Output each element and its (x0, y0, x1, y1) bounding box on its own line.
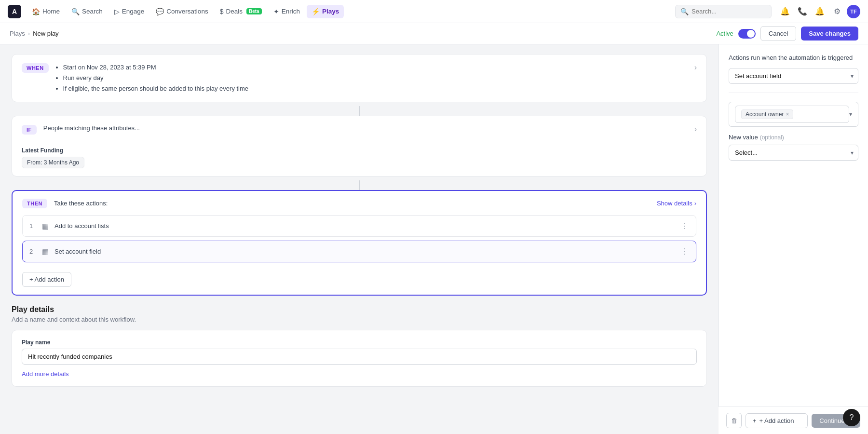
show-details-link[interactable]: Show details › (657, 200, 696, 207)
panel-title: Actions run when the automation is trigg… (729, 54, 858, 61)
play-details-section: Play details Add a name and context abou… (12, 305, 707, 387)
if-block-header[interactable]: IF People matching these attributes... › (12, 116, 706, 142)
if-chevron-icon: › (694, 125, 697, 134)
action-num-1: 1 (29, 222, 36, 230)
breadcrumb-current: New play (33, 30, 58, 37)
connector-2 (12, 180, 707, 190)
new-value-select[interactable]: Select... (729, 145, 858, 161)
toggle-track[interactable] (738, 29, 756, 39)
top-navigation: A 🏠 Home 🔍 Search ▷ Engage 💬 Conversatio… (0, 0, 868, 23)
trash-icon: 🗑 (731, 417, 737, 424)
search-input[interactable] (692, 8, 766, 15)
connector-1 (12, 106, 707, 116)
then-block-header: THEN Take these actions: Show details › (13, 191, 706, 215)
play-name-label: Play name (22, 339, 697, 346)
breadcrumb-bar: Plays › New play Active Cancel Save chan… (0, 23, 868, 44)
action-1-menu-icon[interactable]: ⋮ (681, 221, 689, 231)
save-changes-button[interactable]: Save changes (801, 27, 858, 41)
nav-deals[interactable]: $ Deals Beta (215, 5, 267, 18)
nav-engage[interactable]: ▷ Engage (109, 5, 149, 18)
chevron-right-icon: › (694, 200, 696, 207)
nav-plays[interactable]: ⚡ Plays (307, 5, 344, 18)
filter-chip[interactable]: From: 3 Months Ago (22, 157, 84, 168)
search-magnifier-icon: 🔍 (680, 8, 689, 15)
home-icon: 🏠 (32, 8, 40, 15)
breadcrumb-actions: Active Cancel Save changes (716, 26, 858, 41)
main-content: WHEN Start on Nov 28, 2023 at 5:39 PM Ru… (0, 44, 719, 434)
action-item-2[interactable]: 2 ▦ Set account field ⋮ (22, 241, 696, 262)
action-type-select[interactable]: Set account field (729, 68, 858, 84)
when-chevron-icon: › (694, 63, 697, 72)
if-block-content: People matching these attributes... (43, 124, 688, 132)
account-owner-tag: Account owner × (735, 106, 849, 123)
account-field-select[interactable]: Account owner × ▾ (729, 102, 858, 127)
active-label: Active (716, 30, 733, 37)
play-details-form: Play name Add more details (12, 330, 707, 387)
filter-label: Latest Funding (22, 147, 697, 154)
when-bullet-1: Start on Nov 28, 2023 at 5:39 PM (63, 62, 688, 73)
play-name-input[interactable] (22, 349, 697, 365)
field-select-chevron-icon: ▾ (849, 111, 852, 118)
main-layout: WHEN Start on Nov 28, 2023 at 5:39 PM Ru… (0, 44, 868, 434)
active-toggle[interactable] (738, 29, 756, 39)
breadcrumb-plays[interactable]: Plays (10, 30, 25, 37)
when-block-content: Start on Nov 28, 2023 at 5:39 PM Run eve… (55, 62, 688, 94)
action-1-icon: ▦ (42, 222, 49, 231)
breadcrumb-separator: › (28, 30, 30, 37)
play-details-title: Play details (12, 305, 707, 314)
phone-icon[interactable]: 📞 (795, 4, 810, 19)
if-block: IF People matching these attributes... ›… (12, 116, 707, 176)
bell-icon[interactable]: 🔔 (812, 4, 827, 19)
nav-search[interactable]: 🔍 Search (67, 5, 108, 18)
plus-icon: + (753, 417, 757, 424)
optional-label: (optional) (760, 134, 784, 141)
if-text: People matching these attributes... (43, 124, 140, 132)
help-button[interactable]: ? (843, 409, 860, 426)
filter-chip-area: Latest Funding From: 3 Months Ago (12, 142, 706, 176)
settings-icon[interactable]: ⚙ (829, 4, 845, 19)
if-tag: IF (22, 125, 37, 135)
plays-icon: ⚡ (312, 8, 320, 15)
right-panel: Actions run when the automation is trigg… (719, 44, 868, 434)
app-logo[interactable]: A (8, 5, 21, 18)
beta-badge: Beta (246, 8, 262, 14)
nav-home[interactable]: 🏠 Home (27, 5, 65, 18)
when-block: WHEN Start on Nov 28, 2023 at 5:39 PM Ru… (12, 54, 707, 102)
nav-enrich[interactable]: ✦ Enrich (269, 5, 305, 18)
when-bullet-3: If eligible, the same person should be a… (63, 83, 688, 94)
add-action-bottom-button[interactable]: + + Add action (746, 413, 808, 428)
when-tag: WHEN (22, 63, 49, 73)
action-type-select-wrap: Set account field (729, 68, 858, 84)
nav-conversations[interactable]: 💬 Conversations (151, 5, 213, 18)
nav-action-icons: 🔔 📞 🔔 ⚙ TF (777, 4, 860, 19)
engage-icon: ▷ (114, 8, 120, 15)
add-action-button[interactable]: + Add action (22, 272, 71, 287)
action-2-menu-icon[interactable]: ⋮ (681, 247, 689, 256)
then-title: Take these actions: (54, 200, 650, 207)
new-value-label: New value (optional) (729, 134, 858, 141)
panel-divider (729, 93, 858, 93)
add-more-details-link[interactable]: Add more details (22, 370, 69, 378)
account-owner-value: Account owner × (741, 109, 793, 119)
search-icon: 🔍 (71, 8, 80, 15)
enrich-icon: ✦ (273, 8, 279, 15)
action-list: 1 ▦ Add to account lists ⋮ 2 ▦ Set accou… (13, 215, 706, 267)
play-details-subtitle: Add a name and context about this workfl… (12, 316, 707, 323)
user-avatar[interactable]: TF (847, 5, 860, 18)
new-value-select-wrap: Select... (729, 145, 858, 161)
action-num-2: 2 (29, 248, 36, 255)
when-block-header[interactable]: WHEN Start on Nov 28, 2023 at 5:39 PM Ru… (12, 54, 706, 102)
when-bullet-2: Run every day (63, 73, 688, 83)
delete-action-button[interactable]: 🗑 (726, 413, 742, 428)
action-2-icon: ▦ (42, 247, 49, 256)
then-block: THEN Take these actions: Show details › … (12, 190, 707, 296)
toggle-knob (747, 30, 755, 38)
notifications-icon[interactable]: 🔔 (777, 4, 793, 19)
deals-icon: $ (220, 8, 224, 15)
remove-field-icon[interactable]: × (786, 111, 789, 118)
action-item-1[interactable]: 1 ▦ Add to account lists ⋮ (22, 215, 696, 237)
action-2-label: Set account field (54, 248, 675, 255)
global-search[interactable]: 🔍 (675, 5, 772, 18)
then-tag: THEN (22, 199, 47, 208)
cancel-button[interactable]: Cancel (760, 26, 796, 41)
